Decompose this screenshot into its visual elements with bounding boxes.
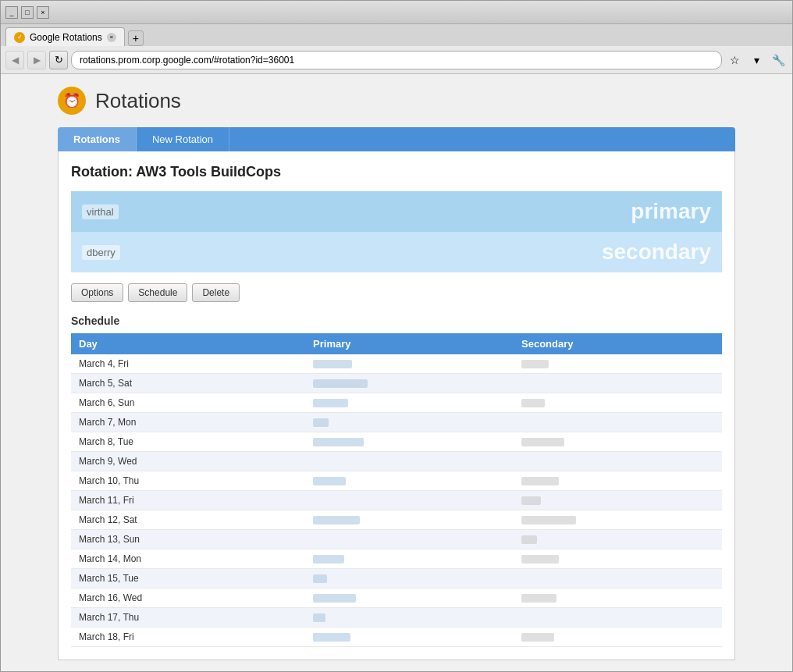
title-bar: _ □ × (1, 1, 792, 24)
tab-rotations[interactable]: Rotations (58, 127, 137, 151)
back-icon: ◀ (12, 55, 19, 66)
table-row: March 4, Fri (71, 354, 722, 374)
new-tab-button[interactable]: + (128, 30, 144, 46)
minimize-button[interactable]: _ (5, 6, 18, 19)
clock-icon: ⏰ (63, 92, 80, 109)
col-header-day: Day (71, 333, 305, 354)
table-row: March 15, Tue (71, 569, 722, 588)
tools-icon: 🔧 (772, 54, 785, 66)
col-header-secondary: Secondary (514, 333, 722, 354)
cell-secondary (514, 471, 722, 491)
cell-day: March 14, Mon (71, 549, 305, 569)
rotation-title: Rotation: AW3 Tools BuildCops (71, 164, 722, 180)
secondary-role-label: secondary (602, 240, 711, 265)
cell-secondary (514, 549, 722, 569)
back-button[interactable]: ◀ (5, 51, 24, 69)
browser-tab[interactable]: ✓ Google Rotations × (5, 27, 125, 46)
menu-arrow-icon: ▾ (754, 54, 759, 66)
cell-day: March 6, Sun (71, 393, 305, 413)
delete-button[interactable]: Delete (192, 283, 240, 302)
cell-day: March 8, Tue (71, 432, 305, 452)
tab-title: Google Rotations (30, 32, 102, 43)
cell-secondary (514, 569, 722, 588)
cell-primary (305, 608, 514, 628)
table-header-row: Day Primary Secondary (71, 333, 722, 354)
tools-button[interactable]: 🔧 (769, 51, 788, 69)
cell-day: March 10, Thu (71, 471, 305, 491)
table-row: March 11, Fri (71, 491, 722, 510)
cell-day: March 16, Wed (71, 588, 305, 608)
table-row: March 18, Fri (71, 628, 722, 647)
table-row: March 6, Sun (71, 393, 722, 413)
favicon-icon: ✓ (14, 32, 25, 43)
cell-primary (305, 510, 514, 530)
page-content: ⏰ Rotations Rotations New Rotation Rotat… (1, 74, 792, 671)
cell-primary (305, 393, 514, 413)
cell-primary (305, 374, 514, 393)
cell-primary (305, 569, 514, 588)
primary-role-label: primary (631, 199, 711, 224)
table-row: March 7, Mon (71, 413, 722, 432)
cell-secondary (514, 432, 722, 452)
cell-secondary (514, 588, 722, 608)
tab-close-button[interactable]: × (107, 33, 116, 42)
table-row: March 14, Mon (71, 549, 722, 569)
table-row: March 8, Tue (71, 432, 722, 452)
page-header: ⏰ Rotations (58, 87, 735, 115)
content-area: Rotation: AW3 Tools BuildCops virthal pr… (58, 151, 735, 660)
cell-day: March 17, Thu (71, 608, 305, 628)
cell-day: March 15, Tue (71, 569, 305, 588)
table-row: March 5, Sat (71, 374, 722, 393)
cell-day: March 5, Sat (71, 374, 305, 393)
cell-secondary (514, 354, 722, 374)
cell-secondary (514, 413, 722, 432)
cell-primary (305, 628, 514, 647)
secondary-name: dberry (82, 245, 120, 260)
cell-primary (305, 588, 514, 608)
address-bar[interactable] (71, 51, 722, 69)
col-header-primary: Primary (305, 333, 514, 354)
cell-secondary (514, 393, 722, 413)
cell-primary (305, 452, 514, 471)
rotation-cards: virthal primary dberry secondary (71, 191, 722, 272)
close-button[interactable]: × (37, 6, 49, 19)
table-row: March 17, Thu (71, 608, 722, 628)
options-button[interactable]: Options (71, 283, 123, 302)
cell-primary (305, 354, 514, 374)
cell-secondary (514, 628, 722, 647)
cell-primary (305, 549, 514, 569)
cell-primary (305, 471, 514, 491)
primary-card: virthal primary (71, 191, 722, 232)
cell-day: March 13, Sun (71, 530, 305, 549)
cell-secondary (514, 374, 722, 393)
cell-secondary (514, 530, 722, 549)
cell-day: March 4, Fri (71, 354, 305, 374)
schedule-table: Day Primary Secondary March 4, FriMarch … (71, 333, 722, 647)
primary-name: virthal (82, 204, 119, 219)
star-icon: ☆ (730, 54, 740, 66)
cell-day: March 7, Mon (71, 413, 305, 432)
bookmark-button[interactable]: ☆ (725, 51, 744, 69)
cell-day: March 18, Fri (71, 628, 305, 647)
schedule-button[interactable]: Schedule (128, 283, 187, 302)
page-title: Rotations (95, 89, 181, 113)
table-row: March 9, Wed (71, 452, 722, 471)
cell-day: March 9, Wed (71, 452, 305, 471)
menu-button[interactable]: ▾ (747, 51, 766, 69)
tab-new-rotation[interactable]: New Rotation (137, 127, 229, 151)
refresh-button[interactable]: ↻ (49, 51, 68, 69)
tabs-nav: Rotations New Rotation (58, 127, 735, 151)
nav-bar: ◀ ▶ ↻ ☆ ▾ 🔧 (1, 46, 792, 74)
page-inner: ⏰ Rotations Rotations New Rotation Rotat… (45, 87, 748, 660)
cell-secondary (514, 510, 722, 530)
table-row: March 12, Sat (71, 510, 722, 530)
table-row: March 10, Thu (71, 471, 722, 491)
cell-secondary (514, 491, 722, 510)
action-buttons: Options Schedule Delete (71, 283, 722, 302)
maximize-button[interactable]: □ (21, 6, 34, 19)
forward-button[interactable]: ▶ (27, 51, 46, 69)
tab-bar: ✓ Google Rotations × + (1, 24, 792, 46)
page-favicon: ⏰ (58, 87, 86, 115)
schedule-title: Schedule (71, 315, 722, 327)
cell-secondary (514, 608, 722, 628)
